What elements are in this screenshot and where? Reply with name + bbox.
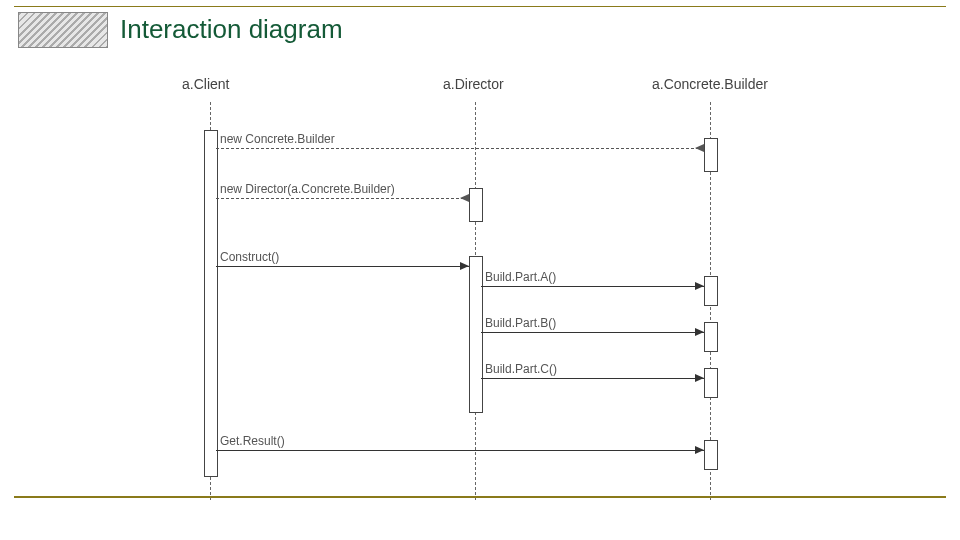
msg-label-new-builder: new Concrete.Builder: [220, 132, 335, 146]
msg-label-construct: Construct(): [220, 250, 279, 264]
msg-line-build-a: [481, 286, 704, 287]
msg-line-construct: [216, 266, 469, 267]
msg-line-new-builder: [216, 148, 704, 149]
activation-builder-b: [704, 322, 718, 352]
activation-client: [204, 130, 218, 477]
msg-label-new-director: new Director(a.Concrete.Builder): [220, 182, 395, 196]
bottom-rule: [14, 496, 946, 498]
top-rule: [14, 6, 946, 7]
msg-arrow-build-c: [695, 374, 704, 382]
lifeline-label-client: a.Client: [182, 76, 229, 92]
msg-label-build-c: Build.Part.C(): [485, 362, 557, 376]
msg-arrow-build-a: [695, 282, 704, 290]
msg-label-build-b: Build.Part.B(): [485, 316, 556, 330]
msg-arrow-get-result: [695, 446, 704, 454]
msg-line-build-b: [481, 332, 704, 333]
activation-builder-result: [704, 440, 718, 470]
page-title: Interaction diagram: [120, 14, 343, 45]
msg-label-build-a: Build.Part.A(): [485, 270, 556, 284]
activation-builder-create: [704, 138, 718, 172]
msg-line-build-c: [481, 378, 704, 379]
logo-image: [18, 12, 108, 48]
lifeline-label-builder: a.Concrete.Builder: [652, 76, 768, 92]
msg-line-get-result: [216, 450, 704, 451]
activation-builder-a: [704, 276, 718, 306]
msg-arrow-new-builder-b: [695, 148, 704, 152]
msg-arrow-new-director-b: [460, 198, 469, 202]
lifeline-label-director: a.Director: [443, 76, 504, 92]
activation-director-construct: [469, 256, 483, 413]
msg-arrow-construct: [460, 262, 469, 270]
sequence-diagram: a.Clienta.Directora.Concrete.Buildernew …: [150, 70, 840, 500]
activation-director-create: [469, 188, 483, 222]
msg-arrow-build-b: [695, 328, 704, 336]
msg-line-new-director: [216, 198, 469, 199]
activation-builder-c: [704, 368, 718, 398]
msg-label-get-result: Get.Result(): [220, 434, 285, 448]
